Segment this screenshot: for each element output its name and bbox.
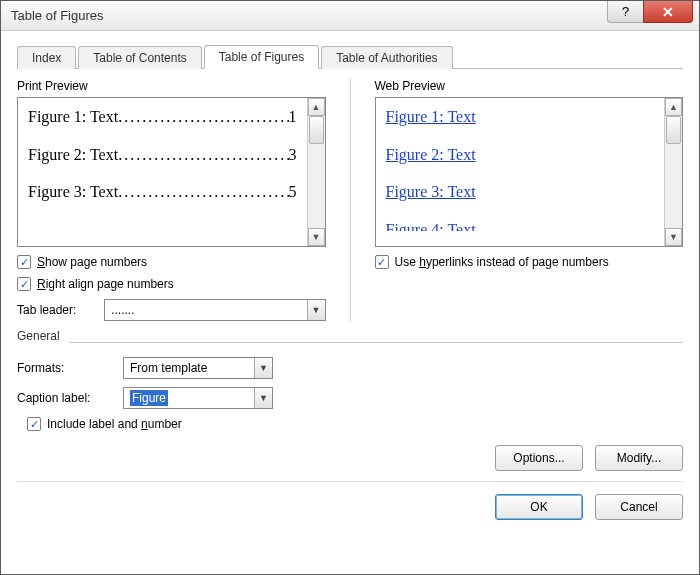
tab-leader-row: Tab leader: ....... ▼ — [17, 299, 326, 321]
tab-table-of-authorities[interactable]: Table of Authorities — [321, 46, 452, 69]
scroll-thumb[interactable] — [666, 116, 681, 144]
chevron-down-icon: ▼ — [259, 363, 268, 373]
tab-leader-select[interactable]: ....... ▼ — [104, 299, 325, 321]
cancel-button[interactable]: Cancel — [595, 494, 683, 520]
print-preview-label: Print Preview — [17, 79, 326, 93]
figure-page: 3 — [289, 142, 297, 168]
figure-page: 1 — [289, 104, 297, 130]
right-align-row: ✓ Right align page numbers — [17, 277, 326, 291]
chevron-down-icon: ▼ — [259, 393, 268, 403]
print-preview-item: Figure 3: Text .........................… — [28, 179, 297, 205]
include-label-checkbox[interactable]: ✓ — [27, 417, 41, 431]
tab-label: Table of Figures — [219, 50, 304, 64]
scroll-track[interactable] — [308, 116, 325, 228]
dialog-buttons: OK Cancel — [17, 481, 683, 520]
scroll-up-button[interactable]: ▲ — [308, 98, 325, 116]
web-preview-item: Figure 3: Text — [386, 179, 655, 205]
window-title: Table of Figures — [11, 8, 607, 23]
close-icon: ✕ — [662, 4, 674, 20]
button-label: OK — [530, 500, 547, 514]
print-preview-item: Figure 2: Text .........................… — [28, 142, 297, 168]
titlebar: Table of Figures ? ✕ — [1, 1, 699, 31]
include-label-label: Include label and number — [47, 417, 182, 431]
dropdown-button[interactable]: ▼ — [254, 388, 272, 408]
scroll-down-button[interactable]: ▼ — [665, 228, 682, 246]
tab-label: Table of Authorities — [336, 51, 437, 65]
caption-label-value: Figure — [124, 391, 254, 405]
dropdown-button[interactable]: ▼ — [307, 300, 325, 320]
general-fieldset: General Formats: From template ▼ Caption… — [17, 337, 683, 471]
scrollbar[interactable]: ▲ ▼ — [307, 98, 325, 246]
tab-table-of-figures[interactable]: Table of Figures — [204, 45, 319, 69]
figure-page: 5 — [289, 179, 297, 205]
formats-row: Formats: From template ▼ — [17, 357, 683, 379]
web-preview-item: Figure 1: Text — [386, 104, 655, 130]
print-preview-item: Figure 1: Text .........................… — [28, 104, 297, 130]
tab-table-of-contents[interactable]: Table of Contents — [78, 46, 201, 69]
formats-value: From template — [124, 361, 254, 375]
help-button[interactable]: ? — [607, 1, 643, 23]
tab-leader-fill: ............................... — [118, 104, 288, 130]
scroll-track[interactable] — [665, 116, 682, 228]
preview-columns: Print Preview Figure 1: Text ...........… — [17, 79, 683, 321]
chevron-down-icon: ▼ — [312, 305, 321, 315]
use-hyperlinks-row: ✓ Use hyperlinks instead of page numbers — [375, 255, 684, 269]
formats-select[interactable]: From template ▼ — [123, 357, 273, 379]
show-page-numbers-row: ✓ Show page numbers — [17, 255, 326, 269]
formats-label: Formats: — [17, 361, 113, 375]
use-hyperlinks-label: Use hyperlinks instead of page numbers — [395, 255, 609, 269]
print-preview-box: Figure 1: Text .........................… — [17, 97, 326, 247]
web-preview-box: Figure 1: Text Figure 2: Text Figure 3: … — [375, 97, 684, 247]
help-icon: ? — [622, 4, 629, 19]
tab-index[interactable]: Index — [17, 46, 76, 69]
scroll-up-button[interactable]: ▲ — [665, 98, 682, 116]
web-preview-item: Figure 2: Text — [386, 142, 655, 168]
print-preview-column: Print Preview Figure 1: Text ...........… — [17, 79, 326, 321]
scroll-down-button[interactable]: ▼ — [308, 228, 325, 246]
button-label: Options... — [513, 451, 564, 465]
show-page-numbers-checkbox[interactable]: ✓ — [17, 255, 31, 269]
figure-label: Figure 1: Text — [28, 104, 118, 130]
close-button[interactable]: ✕ — [643, 1, 693, 23]
right-align-checkbox[interactable]: ✓ — [17, 277, 31, 291]
caption-label-label: Caption label: — [17, 391, 113, 405]
tab-leader-label: Tab leader: — [17, 303, 94, 317]
options-button[interactable]: Options... — [495, 445, 583, 471]
tab-leader-fill: ............................... — [118, 179, 288, 205]
figure-label: Figure 3: Text — [28, 179, 118, 205]
show-page-numbers-label: Show page numbers — [37, 255, 147, 269]
client-area: Index Table of Contents Table of Figures… — [1, 31, 699, 574]
scroll-thumb[interactable] — [309, 116, 324, 144]
dropdown-button[interactable]: ▼ — [254, 358, 272, 378]
options-modify-row: Options... Modify... — [17, 445, 683, 471]
caption-label-select[interactable]: Figure ▼ — [123, 387, 273, 409]
print-preview-body: Figure 1: Text .........................… — [18, 98, 307, 246]
web-preview-label: Web Preview — [375, 79, 684, 93]
column-divider — [350, 79, 351, 321]
modify-button[interactable]: Modify... — [595, 445, 683, 471]
include-label-row: ✓ Include label and number — [27, 417, 683, 431]
general-legend: General — [17, 329, 64, 343]
ok-button[interactable]: OK — [495, 494, 583, 520]
dialog-window: Table of Figures ? ✕ Index Table of Cont… — [0, 0, 700, 575]
tab-label: Index — [32, 51, 61, 65]
web-preview-item: Figure 4: Text — [386, 217, 655, 231]
caption-label-row: Caption label: Figure ▼ — [17, 387, 683, 409]
button-label: Cancel — [620, 500, 657, 514]
right-align-label: Right align page numbers — [37, 277, 174, 291]
tab-leader-fill: ............................... — [118, 142, 288, 168]
use-hyperlinks-checkbox[interactable]: ✓ — [375, 255, 389, 269]
titlebar-buttons: ? ✕ — [607, 1, 699, 30]
fieldset-line — [69, 342, 683, 343]
web-preview-body: Figure 1: Text Figure 2: Text Figure 3: … — [376, 98, 665, 246]
web-preview-column: Web Preview Figure 1: Text Figure 2: Tex… — [375, 79, 684, 321]
button-label: Modify... — [617, 451, 661, 465]
tab-label: Table of Contents — [93, 51, 186, 65]
scrollbar[interactable]: ▲ ▼ — [664, 98, 682, 246]
tab-leader-value: ....... — [105, 303, 306, 317]
tab-bar: Index Table of Contents Table of Figures… — [17, 43, 683, 69]
figure-label: Figure 2: Text — [28, 142, 118, 168]
tab-content: Print Preview Figure 1: Text ...........… — [17, 69, 683, 560]
